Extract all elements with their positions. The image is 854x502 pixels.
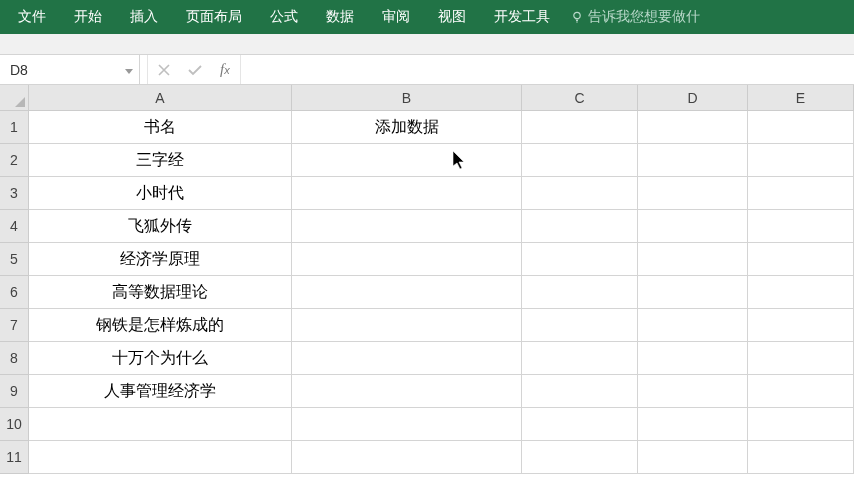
ribbon-tab-8[interactable]: 开发工具 <box>480 0 564 34</box>
cell-B9[interactable] <box>292 375 522 408</box>
cell-B2[interactable] <box>292 144 522 177</box>
ribbon-tab-6[interactable]: 审阅 <box>368 0 424 34</box>
cell-C11[interactable] <box>522 441 638 474</box>
cell-E10[interactable] <box>748 408 854 441</box>
cell-E1[interactable] <box>748 111 854 144</box>
row-header-3[interactable]: 3 <box>0 177 29 210</box>
row-header-1[interactable]: 1 <box>0 111 29 144</box>
cell-A4[interactable]: 飞狐外传 <box>29 210 292 243</box>
cell-C5[interactable] <box>522 243 638 276</box>
cell-A5[interactable]: 经济学原理 <box>29 243 292 276</box>
ribbon-tab-5[interactable]: 数据 <box>312 0 368 34</box>
spreadsheet-grid: ABCDE 1书名添加数据2三字经3小时代4飞狐外传5经济学原理6高等数据理论7… <box>0 85 854 474</box>
svg-point-0 <box>574 12 580 18</box>
row-header-6[interactable]: 6 <box>0 276 29 309</box>
cell-A7[interactable]: 钢铁是怎样炼成的 <box>29 309 292 342</box>
cell-C7[interactable] <box>522 309 638 342</box>
cell-C3[interactable] <box>522 177 638 210</box>
cell-B7[interactable] <box>292 309 522 342</box>
cell-D8[interactable] <box>638 342 748 375</box>
cell-B3[interactable] <box>292 177 522 210</box>
cell-E7[interactable] <box>748 309 854 342</box>
cell-E4[interactable] <box>748 210 854 243</box>
row-header-7[interactable]: 7 <box>0 309 29 342</box>
cell-A8[interactable]: 十万个为什么 <box>29 342 292 375</box>
cell-C4[interactable] <box>522 210 638 243</box>
grid-rows: 1书名添加数据2三字经3小时代4飞狐外传5经济学原理6高等数据理论7钢铁是怎样炼… <box>0 111 854 474</box>
cell-A3[interactable]: 小时代 <box>29 177 292 210</box>
cell-D4[interactable] <box>638 210 748 243</box>
column-header-C[interactable]: C <box>522 85 638 110</box>
cell-B8[interactable] <box>292 342 522 375</box>
enter-icon[interactable] <box>188 64 202 76</box>
cell-D2[interactable] <box>638 144 748 177</box>
name-box[interactable]: D8 <box>0 55 140 84</box>
cell-B11[interactable] <box>292 441 522 474</box>
ribbon-tab-4[interactable]: 公式 <box>256 0 312 34</box>
cell-D9[interactable] <box>638 375 748 408</box>
cell-B6[interactable] <box>292 276 522 309</box>
ribbon-tab-1[interactable]: 开始 <box>60 0 116 34</box>
cell-C2[interactable] <box>522 144 638 177</box>
cell-D10[interactable] <box>638 408 748 441</box>
cell-E5[interactable] <box>748 243 854 276</box>
table-row: 4飞狐外传 <box>0 210 854 243</box>
table-row: 3小时代 <box>0 177 854 210</box>
cell-E9[interactable] <box>748 375 854 408</box>
cell-B5[interactable] <box>292 243 522 276</box>
cell-A9[interactable]: 人事管理经济学 <box>29 375 292 408</box>
cell-D7[interactable] <box>638 309 748 342</box>
row-header-2[interactable]: 2 <box>0 144 29 177</box>
cell-D1[interactable] <box>638 111 748 144</box>
cell-A6[interactable]: 高等数据理论 <box>29 276 292 309</box>
row-header-11[interactable]: 11 <box>0 441 29 474</box>
cell-B4[interactable] <box>292 210 522 243</box>
formula-bar-buttons: fx <box>148 55 241 84</box>
select-all-button[interactable] <box>0 85 29 111</box>
column-header-E[interactable]: E <box>748 85 854 110</box>
cell-D3[interactable] <box>638 177 748 210</box>
cell-E2[interactable] <box>748 144 854 177</box>
cell-B1[interactable]: 添加数据 <box>292 111 522 144</box>
cell-C1[interactable] <box>522 111 638 144</box>
tell-me-search[interactable]: 告诉我您想要做什 <box>570 8 700 26</box>
cell-E3[interactable] <box>748 177 854 210</box>
cell-D5[interactable] <box>638 243 748 276</box>
cell-E6[interactable] <box>748 276 854 309</box>
row-header-4[interactable]: 4 <box>0 210 29 243</box>
row-header-8[interactable]: 8 <box>0 342 29 375</box>
cell-D11[interactable] <box>638 441 748 474</box>
lightbulb-icon <box>570 10 584 24</box>
insert-function-button[interactable]: fx <box>220 61 230 78</box>
column-header-B[interactable]: B <box>292 85 522 110</box>
row-header-9[interactable]: 9 <box>0 375 29 408</box>
row-header-10[interactable]: 10 <box>0 408 29 441</box>
ribbon-tab-2[interactable]: 插入 <box>116 0 172 34</box>
cell-C10[interactable] <box>522 408 638 441</box>
cell-E11[interactable] <box>748 441 854 474</box>
cell-C6[interactable] <box>522 276 638 309</box>
formula-input[interactable] <box>241 55 854 84</box>
table-row: 5经济学原理 <box>0 243 854 276</box>
ribbon-tab-0[interactable]: 文件 <box>4 0 60 34</box>
cell-C8[interactable] <box>522 342 638 375</box>
cell-C9[interactable] <box>522 375 638 408</box>
cell-B10[interactable] <box>292 408 522 441</box>
cell-D6[interactable] <box>638 276 748 309</box>
column-header-A[interactable]: A <box>29 85 292 110</box>
table-row: 1书名添加数据 <box>0 111 854 144</box>
cell-A2[interactable]: 三字经 <box>29 144 292 177</box>
cell-A11[interactable] <box>29 441 292 474</box>
formula-bar: D8 fx <box>0 55 854 85</box>
column-header-D[interactable]: D <box>638 85 748 110</box>
ribbon-tab-7[interactable]: 视图 <box>424 0 480 34</box>
tell-me-label: 告诉我您想要做什 <box>588 8 700 26</box>
ribbon-tab-3[interactable]: 页面布局 <box>172 0 256 34</box>
column-headers: ABCDE <box>29 85 854 111</box>
table-row: 10 <box>0 408 854 441</box>
cell-A10[interactable] <box>29 408 292 441</box>
cancel-icon[interactable] <box>158 64 170 76</box>
row-header-5[interactable]: 5 <box>0 243 29 276</box>
cell-A1[interactable]: 书名 <box>29 111 292 144</box>
cell-E8[interactable] <box>748 342 854 375</box>
